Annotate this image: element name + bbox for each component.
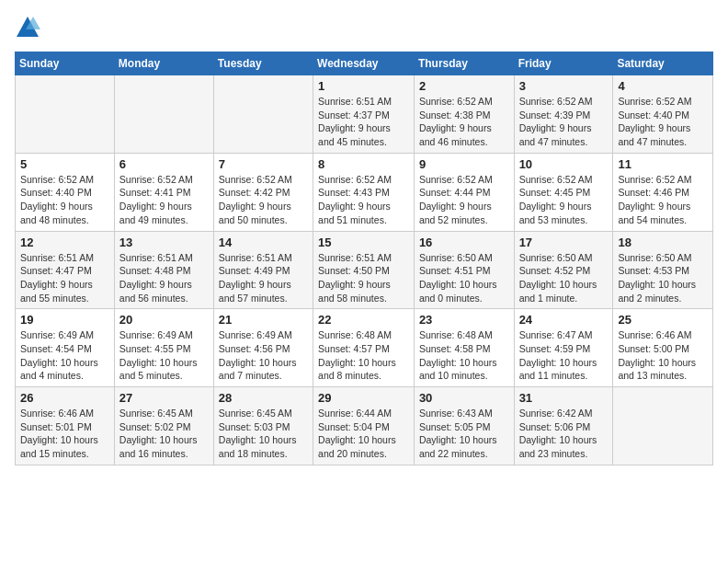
day-detail: Sunrise: 6:44 AM Sunset: 5:04 PM Dayligh…: [318, 407, 409, 461]
calendar-cell: 7Sunrise: 6:52 AM Sunset: 4:42 PM Daylig…: [213, 153, 313, 231]
day-detail: Sunrise: 6:49 AM Sunset: 4:56 PM Dayligh…: [219, 328, 308, 383]
logo: [15, 15, 42, 40]
week-row-4: 19Sunrise: 6:49 AM Sunset: 4:54 PM Dayli…: [16, 309, 713, 387]
calendar-cell: [613, 387, 713, 465]
day-detail: Sunrise: 6:45 AM Sunset: 5:03 PM Dayligh…: [219, 407, 308, 461]
day-number: 11: [618, 157, 708, 171]
day-number: 24: [519, 313, 609, 327]
day-number: 6: [119, 157, 209, 171]
calendar-cell: [114, 75, 213, 154]
day-number: 22: [318, 313, 409, 327]
day-header-row: SundayMondayTuesdayWednesdayThursdayFrid…: [16, 52, 713, 75]
day-detail: Sunrise: 6:52 AM Sunset: 4:43 PM Dayligh…: [318, 173, 409, 227]
day-detail: Sunrise: 6:48 AM Sunset: 4:57 PM Dayligh…: [318, 328, 409, 383]
day-detail: Sunrise: 6:52 AM Sunset: 4:41 PM Dayligh…: [119, 173, 209, 227]
day-detail: Sunrise: 6:46 AM Sunset: 5:01 PM Dayligh…: [20, 407, 109, 461]
calendar-cell: 4Sunrise: 6:52 AM Sunset: 4:40 PM Daylig…: [613, 75, 713, 154]
calendar-cell: 12Sunrise: 6:51 AM Sunset: 4:47 PM Dayli…: [16, 231, 115, 309]
day-number: 9: [419, 157, 509, 171]
day-detail: Sunrise: 6:52 AM Sunset: 4:40 PM Dayligh…: [618, 95, 708, 149]
day-detail: Sunrise: 6:51 AM Sunset: 4:50 PM Dayligh…: [318, 251, 409, 305]
calendar-cell: 27Sunrise: 6:45 AM Sunset: 5:02 PM Dayli…: [114, 387, 213, 465]
day-number: 28: [219, 391, 308, 405]
calendar-cell: 20Sunrise: 6:49 AM Sunset: 4:55 PM Dayli…: [114, 309, 213, 387]
day-detail: Sunrise: 6:52 AM Sunset: 4:44 PM Dayligh…: [419, 173, 509, 227]
calendar-cell: 1Sunrise: 6:51 AM Sunset: 4:37 PM Daylig…: [313, 75, 415, 154]
calendar-cell: 31Sunrise: 6:42 AM Sunset: 5:06 PM Dayli…: [514, 387, 613, 465]
day-detail: Sunrise: 6:42 AM Sunset: 5:06 PM Dayligh…: [519, 407, 609, 461]
day-detail: Sunrise: 6:48 AM Sunset: 4:58 PM Dayligh…: [419, 328, 509, 383]
day-detail: Sunrise: 6:47 AM Sunset: 4:59 PM Dayligh…: [519, 328, 609, 383]
day-number: 7: [219, 157, 308, 171]
day-header-wednesday: Wednesday: [313, 52, 415, 75]
day-number: 10: [519, 157, 609, 171]
day-header-thursday: Thursday: [414, 52, 514, 75]
day-detail: Sunrise: 6:51 AM Sunset: 4:37 PM Dayligh…: [318, 95, 409, 149]
day-header-saturday: Saturday: [613, 52, 713, 75]
day-detail: Sunrise: 6:43 AM Sunset: 5:05 PM Dayligh…: [419, 407, 509, 461]
day-detail: Sunrise: 6:50 AM Sunset: 4:51 PM Dayligh…: [419, 251, 509, 305]
day-detail: Sunrise: 6:51 AM Sunset: 4:48 PM Dayligh…: [119, 251, 209, 305]
calendar-cell: 26Sunrise: 6:46 AM Sunset: 5:01 PM Dayli…: [16, 387, 115, 465]
day-detail: Sunrise: 6:49 AM Sunset: 4:55 PM Dayligh…: [119, 328, 209, 383]
day-detail: Sunrise: 6:52 AM Sunset: 4:40 PM Dayligh…: [20, 173, 109, 227]
day-number: 26: [20, 391, 109, 405]
calendar-table: SundayMondayTuesdayWednesdayThursdayFrid…: [15, 52, 713, 465]
day-detail: Sunrise: 6:45 AM Sunset: 5:02 PM Dayligh…: [119, 407, 209, 461]
calendar-cell: 8Sunrise: 6:52 AM Sunset: 4:43 PM Daylig…: [313, 153, 415, 231]
calendar-cell: 14Sunrise: 6:51 AM Sunset: 4:49 PM Dayli…: [213, 231, 313, 309]
calendar-body: 1Sunrise: 6:51 AM Sunset: 4:37 PM Daylig…: [16, 75, 713, 465]
calendar-cell: 16Sunrise: 6:50 AM Sunset: 4:51 PM Dayli…: [414, 231, 514, 309]
day-detail: Sunrise: 6:51 AM Sunset: 4:47 PM Dayligh…: [20, 251, 109, 305]
day-header-monday: Monday: [114, 52, 213, 75]
calendar-cell: 5Sunrise: 6:52 AM Sunset: 4:40 PM Daylig…: [16, 153, 115, 231]
logo-icon: [15, 15, 40, 40]
calendar-cell: 21Sunrise: 6:49 AM Sunset: 4:56 PM Dayli…: [213, 309, 313, 387]
calendar-cell: 11Sunrise: 6:52 AM Sunset: 4:46 PM Dayli…: [613, 153, 713, 231]
calendar-cell: 19Sunrise: 6:49 AM Sunset: 4:54 PM Dayli…: [16, 309, 115, 387]
day-number: 21: [219, 313, 308, 327]
calendar-cell: 3Sunrise: 6:52 AM Sunset: 4:39 PM Daylig…: [514, 75, 613, 154]
day-number: 16: [419, 236, 509, 249]
calendar-cell: 13Sunrise: 6:51 AM Sunset: 4:48 PM Dayli…: [114, 231, 213, 309]
day-detail: Sunrise: 6:46 AM Sunset: 5:00 PM Dayligh…: [618, 328, 708, 383]
week-row-5: 26Sunrise: 6:46 AM Sunset: 5:01 PM Dayli…: [16, 387, 713, 465]
calendar-cell: 17Sunrise: 6:50 AM Sunset: 4:52 PM Dayli…: [514, 231, 613, 309]
calendar-cell: 2Sunrise: 6:52 AM Sunset: 4:38 PM Daylig…: [414, 75, 514, 154]
day-number: 25: [618, 313, 708, 327]
day-number: 2: [419, 79, 509, 93]
calendar-cell: 9Sunrise: 6:52 AM Sunset: 4:44 PM Daylig…: [414, 153, 514, 231]
calendar-cell: 25Sunrise: 6:46 AM Sunset: 5:00 PM Dayli…: [613, 309, 713, 387]
day-number: 8: [318, 157, 409, 171]
calendar-cell: 30Sunrise: 6:43 AM Sunset: 5:05 PM Dayli…: [414, 387, 514, 465]
day-header-sunday: Sunday: [16, 52, 115, 75]
day-number: 18: [618, 236, 708, 249]
day-number: 31: [519, 391, 609, 405]
day-number: 17: [519, 236, 609, 249]
day-number: 20: [119, 313, 209, 327]
day-header-tuesday: Tuesday: [213, 52, 313, 75]
day-number: 1: [318, 79, 409, 93]
calendar-cell: 6Sunrise: 6:52 AM Sunset: 4:41 PM Daylig…: [114, 153, 213, 231]
day-number: 5: [20, 157, 109, 171]
calendar-cell: 18Sunrise: 6:50 AM Sunset: 4:53 PM Dayli…: [613, 231, 713, 309]
week-row-1: 1Sunrise: 6:51 AM Sunset: 4:37 PM Daylig…: [16, 75, 713, 154]
day-detail: Sunrise: 6:52 AM Sunset: 4:45 PM Dayligh…: [519, 173, 609, 227]
page-header: [15, 15, 713, 40]
week-row-2: 5Sunrise: 6:52 AM Sunset: 4:40 PM Daylig…: [16, 153, 713, 231]
day-number: 23: [419, 313, 509, 327]
day-number: 27: [119, 391, 209, 405]
calendar-cell: [16, 75, 115, 154]
day-number: 15: [318, 236, 409, 249]
day-number: 14: [219, 236, 308, 249]
calendar-cell: 23Sunrise: 6:48 AM Sunset: 4:58 PM Dayli…: [414, 309, 514, 387]
calendar-cell: [213, 75, 313, 154]
day-detail: Sunrise: 6:52 AM Sunset: 4:42 PM Dayligh…: [219, 173, 308, 227]
day-number: 4: [618, 79, 708, 93]
day-detail: Sunrise: 6:50 AM Sunset: 4:53 PM Dayligh…: [618, 251, 708, 305]
calendar-cell: 10Sunrise: 6:52 AM Sunset: 4:45 PM Dayli…: [514, 153, 613, 231]
calendar-cell: 22Sunrise: 6:48 AM Sunset: 4:57 PM Dayli…: [313, 309, 415, 387]
day-number: 29: [318, 391, 409, 405]
day-detail: Sunrise: 6:52 AM Sunset: 4:46 PM Dayligh…: [618, 173, 708, 227]
day-header-friday: Friday: [514, 52, 613, 75]
